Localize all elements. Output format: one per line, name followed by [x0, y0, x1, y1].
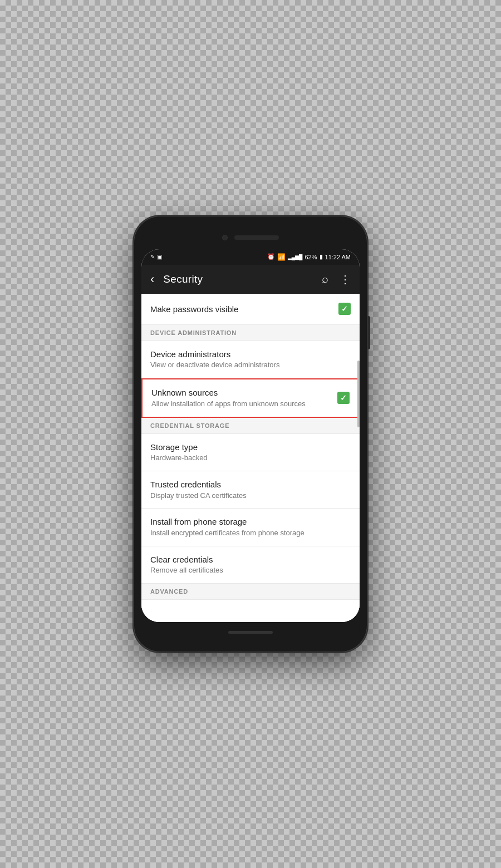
device-admin-title: Device administrators	[150, 349, 351, 360]
status-right-icons: ⏰ 📶 ▂▄▆█ 62% ▮ 11:22 AM	[267, 253, 351, 261]
make-passwords-visible-row[interactable]: Make passwords visible ✓	[141, 294, 360, 325]
alarm-icon: ⏰	[267, 253, 275, 260]
device-admin-text: Device administrators View or deactivate…	[150, 349, 351, 370]
check-icon: ✓	[341, 304, 348, 313]
battery-icon: ▮	[320, 253, 323, 260]
unknown-sources-check-icon: ✓	[340, 393, 347, 402]
scroll-indicator	[357, 361, 360, 427]
trusted-credentials-row[interactable]: Trusted credentials Display trusted CA c…	[141, 471, 360, 509]
clear-credentials-text: Clear credentials Remove all certificate…	[150, 554, 351, 575]
install-from-storage-title: Install from phone storage	[150, 516, 351, 527]
unknown-sources-title: Unknown sources	[151, 387, 337, 398]
camera-dot	[222, 235, 228, 240]
section-advanced: ADVANCED	[141, 584, 360, 600]
phone-screen: ✎ ▣ ⏰ 📶 ▂▄▆█ 62% ▮ 11:22 AM ‹ Security ⌕…	[141, 249, 360, 622]
status-bar: ✎ ▣ ⏰ 📶 ▂▄▆█ 62% ▮ 11:22 AM	[141, 249, 360, 265]
clear-credentials-row[interactable]: Clear credentials Remove all certificate…	[141, 546, 360, 584]
install-from-storage-text: Install from phone storage Install encry…	[150, 516, 351, 537]
signal-icon: ▂▄▆█	[288, 254, 303, 260]
install-from-storage-row[interactable]: Install from phone storage Install encry…	[141, 509, 360, 546]
home-indicator	[228, 631, 273, 634]
section-credential-storage: CREDENTIAL STORAGE	[141, 418, 360, 434]
storage-type-subtitle: Hardware-backed	[150, 453, 351, 463]
clear-credentials-title: Clear credentials	[150, 554, 351, 565]
install-from-storage-subtitle: Install encrypted certificates from phon…	[150, 529, 351, 538]
unknown-sources-text: Unknown sources Allow installation of ap…	[151, 387, 337, 408]
unknown-sources-checkbox[interactable]: ✓	[337, 392, 350, 404]
battery-percent: 62%	[304, 254, 317, 260]
trusted-credentials-text: Trusted credentials Display trusted CA c…	[150, 479, 351, 500]
device-administrators-row[interactable]: Device administrators View or deactivate…	[141, 341, 360, 378]
unknown-sources-subtitle: Allow installation of apps from unknown …	[151, 400, 337, 409]
unknown-sources-row[interactable]: Unknown sources Allow installation of ap…	[141, 378, 360, 417]
app-bar: ‹ Security ⌕ ⋮	[141, 265, 360, 294]
bottom-spacer	[141, 600, 360, 622]
storage-type-text: Storage type Hardware-backed	[150, 442, 351, 463]
make-passwords-title: Make passwords visible	[150, 304, 338, 315]
speaker-grille	[234, 235, 279, 240]
trusted-credentials-subtitle: Display trusted CA certificates	[150, 491, 351, 501]
make-passwords-text: Make passwords visible	[150, 304, 338, 315]
storage-type-row[interactable]: Storage type Hardware-backed	[141, 434, 360, 471]
clear-credentials-subtitle: Remove all certificates	[150, 566, 351, 575]
device-admin-subtitle: View or deactivate device administrators	[150, 361, 351, 370]
app-bar-actions: ⌕ ⋮	[317, 268, 355, 290]
back-button[interactable]: ‹	[146, 268, 159, 291]
status-left-icons: ✎ ▣	[150, 254, 162, 260]
edit-icon: ✎	[150, 254, 155, 260]
settings-content: Make passwords visible ✓ DEVICE ADMINIST…	[141, 294, 360, 622]
more-button[interactable]: ⋮	[335, 268, 355, 290]
search-button[interactable]: ⌕	[317, 268, 333, 290]
phone-bottom-bar	[141, 622, 360, 642]
wifi-icon: 📶	[277, 253, 286, 261]
media-icon: ▣	[157, 254, 162, 260]
page-title: Security	[163, 273, 313, 285]
storage-type-title: Storage type	[150, 442, 351, 453]
make-passwords-checkbox[interactable]: ✓	[338, 303, 351, 315]
phone-device: ✎ ▣ ⏰ 📶 ▂▄▆█ 62% ▮ 11:22 AM ‹ Security ⌕…	[134, 216, 367, 652]
clock: 11:22 AM	[325, 254, 351, 260]
trusted-credentials-title: Trusted credentials	[150, 479, 351, 490]
phone-top-bar	[141, 226, 360, 249]
section-device-admin: DEVICE ADMINISTRATION	[141, 325, 360, 341]
